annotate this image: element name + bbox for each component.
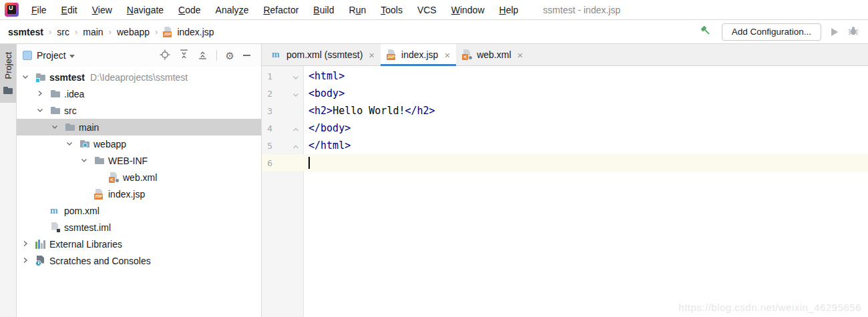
chevron-down-icon[interactable]	[65, 139, 73, 149]
fold-marker-icon[interactable]	[292, 141, 300, 149]
titlebar: FileEditViewNavigateCodeAnalyzeRefactorB…	[0, 0, 868, 20]
menu-window[interactable]: Window	[444, 5, 492, 15]
editor[interactable]: mpom.xml (ssmtest)×JSPindex.jsp×<web.xml…	[262, 44, 868, 317]
menu-run[interactable]: Run	[342, 5, 374, 15]
tree-item-ssmtest-iml[interactable]: ssmtest.iml	[17, 219, 261, 236]
chevron-down-icon[interactable]	[80, 155, 88, 166]
menu-help[interactable]: Help	[492, 5, 526, 15]
chevron-down-icon[interactable]	[51, 122, 59, 133]
chevron-up-icon[interactable]	[292, 124, 300, 136]
menu-navigate[interactable]: Navigate	[120, 5, 171, 15]
build-hammer-icon[interactable]	[700, 25, 712, 39]
menu-edit[interactable]: Edit	[54, 5, 85, 15]
scratches-icon	[35, 256, 46, 266]
menu-code[interactable]: Code	[171, 5, 208, 15]
breadcrumb-main[interactable]: main	[83, 27, 103, 37]
code-line-5[interactable]: 5</html>	[262, 137, 868, 154]
tree-item-idea[interactable]: .idea	[17, 85, 261, 102]
tree-item-web-xml[interactable]: <web.xml	[17, 169, 261, 186]
hide-panel-icon[interactable]	[243, 55, 250, 56]
tree-item-label: .idea	[64, 89, 84, 99]
code-text: <h2>Hello World!</h2>	[304, 105, 435, 117]
editor-tab-web-xml[interactable]: <web.xml×	[456, 44, 529, 65]
iml-file-icon	[50, 222, 61, 233]
line-number[interactable]: 3	[262, 106, 272, 116]
code-line-3[interactable]: 3<h2>Hello World!</h2>	[262, 102, 868, 119]
locate-icon[interactable]	[160, 49, 170, 62]
chevron-down-icon[interactable]	[292, 72, 300, 84]
menu-build[interactable]: Build	[306, 5, 341, 15]
chevron-down-icon[interactable]	[36, 105, 44, 116]
project-panel-title: Project	[37, 50, 66, 61]
menu-file[interactable]: File	[24, 5, 54, 15]
fold-marker-icon[interactable]	[292, 72, 300, 80]
chevron-down-icon[interactable]	[292, 89, 300, 101]
project-panel: Project ⚙	[17, 44, 262, 317]
tree-item-pom-xml[interactable]: mpom.xml	[17, 202, 261, 219]
tree-item-main[interactable]: main	[17, 119, 261, 135]
code-text	[304, 157, 310, 170]
divider	[216, 50, 217, 61]
code-area[interactable]: 1<html>2<body>3<h2>Hello World!</h2>4</b…	[262, 66, 868, 317]
close-icon[interactable]: ×	[444, 49, 450, 61]
settings-gear-icon[interactable]: ⚙	[226, 51, 234, 61]
breadcrumb-ssmtest[interactable]: ssmtest	[8, 27, 43, 37]
collapse-all-icon[interactable]	[198, 49, 208, 61]
tree-item-webapp[interactable]: webapp	[17, 135, 261, 152]
tree-item-label: WEB-INF	[108, 155, 148, 166]
intellij-logo-icon	[5, 3, 19, 17]
chevron-right-icon[interactable]	[21, 256, 29, 266]
tree-item-scratches-and-consoles[interactable]: Scratches and Consoles	[17, 252, 261, 269]
chevron-down-icon[interactable]	[21, 72, 29, 83]
code-text: </body>	[304, 122, 351, 134]
line-number[interactable]: 4	[262, 123, 272, 133]
menu-vcs[interactable]: VCS	[410, 5, 444, 15]
chevron-up-icon[interactable]	[292, 141, 300, 153]
web-folder-icon	[79, 139, 90, 149]
breadcrumb-separator: ›	[49, 27, 51, 37]
menu-refactor[interactable]: Refactor	[256, 5, 306, 15]
chevron-right-icon[interactable]	[36, 89, 44, 99]
left-toolwindow-stripe: Project	[0, 44, 17, 317]
line-number[interactable]: 1	[262, 71, 272, 81]
fold-marker-icon[interactable]	[292, 89, 300, 97]
add-configuration-button[interactable]: Add Configuration...	[722, 23, 821, 41]
chevron-right-icon[interactable]	[21, 239, 29, 250]
tree-item-index-jsp[interactable]: JSPindex.jsp	[17, 186, 261, 202]
menu-tools[interactable]: Tools	[373, 5, 410, 15]
fold-marker-icon[interactable]	[292, 124, 300, 132]
run-icon[interactable]	[831, 28, 838, 36]
breadcrumb-src[interactable]: src	[57, 27, 69, 37]
menu-analyze[interactable]: Analyze	[208, 5, 256, 15]
line-number[interactable]: 2	[262, 89, 272, 99]
breadcrumb-webapp[interactable]: webapp	[117, 27, 150, 37]
editor-tab-pom-xml-ssmtest[interactable]: mpom.xml (ssmtest)×	[266, 44, 381, 65]
expand-all-icon[interactable]	[179, 49, 189, 61]
editor-tab-index-jsp[interactable]: JSPindex.jsp×	[381, 44, 456, 65]
line-number[interactable]: 6	[262, 158, 272, 168]
code-line-4[interactable]: 4</body>	[262, 119, 868, 137]
project-view-icon	[23, 51, 32, 60]
project-toolwindow-button[interactable]: Project	[0, 44, 16, 103]
close-icon[interactable]: ×	[369, 49, 375, 61]
breadcrumb-index-jsp[interactable]: JSPindex.jsp	[163, 27, 214, 37]
chevron-down-icon[interactable]	[69, 55, 75, 58]
tree-item-label: Scratches and Consoles	[49, 256, 151, 266]
tree-item-src[interactable]: src	[17, 102, 261, 119]
close-icon[interactable]: ×	[517, 49, 523, 61]
folder-icon	[94, 155, 105, 166]
menu-view[interactable]: View	[85, 5, 120, 15]
tree-item-web-inf[interactable]: WEB-INF	[17, 152, 261, 169]
tree-item-ssmtest[interactable]: ssmtestD:\Ideaprojects\ssmtest	[17, 69, 261, 85]
code-line-6[interactable]: 6	[262, 154, 868, 172]
debug-icon[interactable]	[848, 25, 859, 39]
maven-icon: m	[272, 49, 282, 60]
tab-label: web.xml	[477, 49, 511, 60]
code-line-2[interactable]: 2<body>	[262, 85, 868, 102]
project-toolwindow-label: Project	[3, 52, 13, 79]
code-line-1[interactable]: 1<html>	[262, 67, 868, 85]
tree-item-external-libraries[interactable]: External Libraries	[17, 236, 261, 252]
breadcrumb-separator: ›	[75, 27, 77, 37]
menu-bar: FileEditViewNavigateCodeAnalyzeRefactorB…	[24, 5, 525, 15]
line-number[interactable]: 5	[262, 141, 272, 151]
